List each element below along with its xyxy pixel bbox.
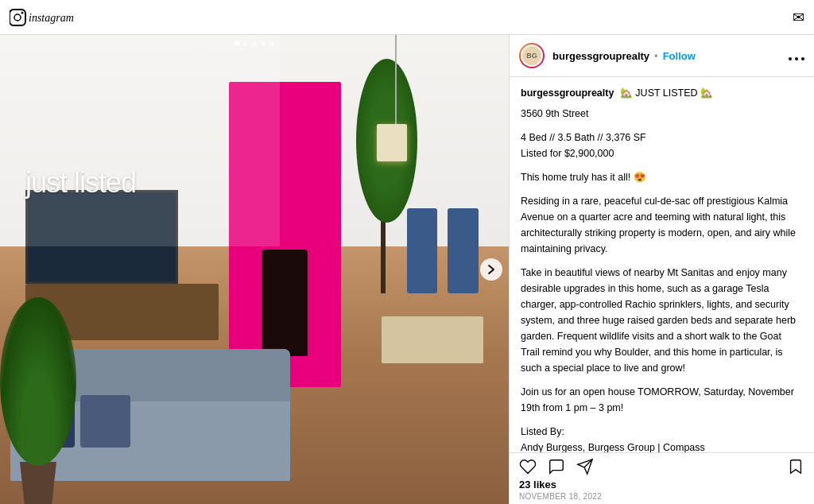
nav-dot-5 [269, 41, 274, 46]
dot-separator: • [654, 50, 658, 62]
likes-count: 23 likes [519, 479, 804, 490]
follow-button[interactable]: Follow [663, 50, 696, 62]
fireplace-opening [262, 250, 307, 356]
comment-button[interactable] [548, 458, 565, 475]
post-header: BG burgessgrouprealty • Follow [510, 35, 814, 77]
dining-chair-1 [448, 208, 478, 293]
plant-left [0, 293, 76, 505]
like-button[interactable] [519, 458, 537, 475]
nav-dot-4 [261, 41, 266, 46]
plant-pot-left [15, 462, 61, 504]
svg-point-6 [801, 57, 804, 60]
dining-chair-2 [407, 208, 437, 293]
just-listed-overlay [0, 35, 280, 246]
caption-address: 3560 9th Street [521, 106, 803, 122]
bookmark-button[interactable] [787, 458, 804, 475]
caption-username[interactable]: burgessgrouprealty [521, 87, 614, 99]
action-buttons-row [519, 458, 804, 475]
next-image-button[interactable] [480, 258, 502, 281]
svg-point-2 [21, 11, 24, 14]
top-navigation-bar: instagram ✉ [0, 0, 814, 35]
dining-table [382, 316, 483, 363]
post-image-area: just listed [0, 35, 509, 504]
caption-body1: Residing in a rare, peaceful cul-de-sac … [521, 193, 803, 257]
caption-specs: 4 Bed // 3.5 Bath // 3,376 SF Listed for… [521, 130, 803, 161]
caption-headline: 🏡 JUST LISTED 🏡 [620, 87, 713, 99]
just-listed-text: just listed [25, 166, 136, 200]
plant-leaves-left [0, 297, 76, 466]
svg-point-4 [789, 57, 792, 60]
post-header-info: burgessgrouprealty • Follow [552, 50, 781, 62]
main-content: just listed BG burgessgrouprealty • [0, 35, 814, 504]
image-navigation-dots [235, 41, 274, 46]
share-button[interactable] [576, 458, 594, 475]
header-username[interactable]: burgessgrouprealty [552, 50, 649, 62]
avatar-image: BG [521, 45, 543, 67]
sofa-cushion-2 [80, 395, 130, 448]
pendant-light [377, 124, 407, 161]
post-date: NOVEMBER 18, 2022 [519, 492, 804, 501]
direct-messages-button[interactable]: ✉ [793, 9, 804, 26]
caption-listed-by: Listed By: Andy Burgess, Burgess Group |… [521, 424, 803, 452]
nav-dot-1 [235, 41, 239, 46]
pendant-light-cord [395, 35, 397, 129]
avatar[interactable]: BG [519, 43, 545, 68]
svg-point-5 [795, 57, 798, 60]
svg-point-1 [14, 14, 21, 21]
actions-area: 23 likes NOVEMBER 18, 2022 [510, 452, 814, 504]
instagram-logo: instagram [10, 6, 793, 29]
caption-tagline: This home truly has it all! 😍 [521, 169, 803, 185]
svg-text:instagram: instagram [29, 12, 74, 24]
caption-body2: Take in beautiful views of nearby Mt San… [521, 265, 803, 376]
instagram-wordmark-icon: instagram [10, 6, 89, 29]
caption-headline-line: burgessgrouprealty 🏡 JUST LISTED 🏡 [521, 85, 803, 101]
nav-dot-3 [252, 41, 257, 46]
caption-area: burgessgrouprealty 🏡 JUST LISTED 🏡 3560 … [510, 77, 814, 452]
caption-open-house: Join us for an open house TOMORROW, Satu… [521, 384, 803, 416]
more-options-button[interactable] [789, 48, 804, 63]
top-bar-actions: ✉ [793, 9, 804, 26]
nav-dot-2 [243, 41, 248, 46]
post-content-panel: BG burgessgrouprealty • Follow burgessgr… [509, 35, 814, 504]
